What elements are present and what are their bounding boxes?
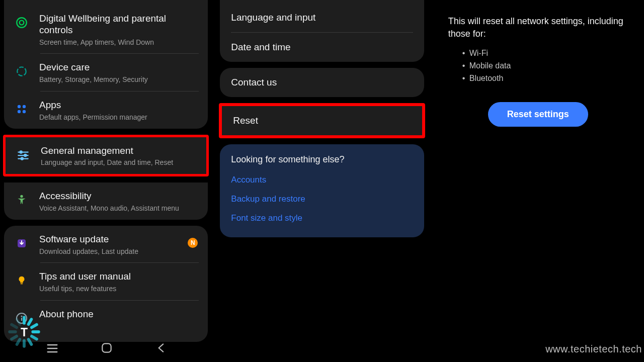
bullet-mobile-data: Mobile data bbox=[462, 60, 628, 72]
item-subtitle: Download updates, Last update bbox=[39, 247, 179, 256]
svg-point-4 bbox=[23, 105, 26, 108]
svg-point-5 bbox=[18, 110, 21, 113]
gm-card-1: Language and input Date and time bbox=[220, 0, 424, 62]
svg-line-28 bbox=[29, 339, 32, 344]
looking-link-backup[interactable]: Backup and restore bbox=[231, 194, 413, 204]
gm-item-reset-highlight: Reset bbox=[219, 103, 425, 138]
svg-text:T: T bbox=[21, 326, 28, 339]
item-subtitle: Battery, Storage, Memory, Security bbox=[39, 75, 200, 84]
bullet-bluetooth: Bluetooth bbox=[462, 72, 628, 85]
looking-link-accounts[interactable]: Accounts bbox=[231, 175, 413, 185]
svg-point-12 bbox=[21, 157, 23, 159]
looking-card: Looking for something else? Accounts Bac… bbox=[220, 144, 424, 237]
svg-point-0 bbox=[17, 18, 27, 28]
nav-recents-icon[interactable] bbox=[45, 341, 59, 355]
item-subtitle: Screen time, App timers, Wind Down bbox=[39, 38, 200, 47]
software-update-icon bbox=[13, 235, 30, 252]
bulb-icon bbox=[13, 272, 30, 289]
item-subtitle: Default apps, Permission manager bbox=[39, 113, 200, 122]
svg-line-24 bbox=[29, 319, 32, 324]
settings-item-accessibility[interactable]: Accessibility Voice Assistant, Mono audi… bbox=[4, 183, 208, 220]
item-subtitle: Language and input, Date and time, Reset bbox=[41, 158, 198, 167]
svg-point-6 bbox=[23, 110, 26, 113]
loading-spinner-icon: T bbox=[6, 314, 42, 350]
svg-point-11 bbox=[24, 154, 26, 156]
svg-line-33 bbox=[12, 325, 17, 328]
item-title: General management bbox=[41, 145, 198, 157]
gm-item-language-input[interactable]: Language and input bbox=[220, 3, 424, 32]
gm-item-date-time[interactable]: Date and time bbox=[220, 33, 424, 62]
svg-line-25 bbox=[32, 325, 37, 328]
reset-bullet-list: Wi-Fi Mobile data Bluetooth bbox=[462, 47, 628, 84]
svg-line-34 bbox=[17, 319, 20, 324]
gm-item-reset[interactable]: Reset bbox=[222, 106, 422, 135]
item-title: Device care bbox=[39, 62, 200, 73]
settings-item-general-management[interactable]: General management Language and input, D… bbox=[6, 137, 206, 174]
settings-item-tips[interactable]: Tips and user manual Useful tips, new fe… bbox=[4, 263, 208, 300]
gm-item-contact-us[interactable]: Contact us bbox=[220, 68, 424, 97]
notification-badge: N bbox=[188, 238, 198, 248]
reset-network-column: This will reset all network settings, in… bbox=[432, 0, 644, 362]
gm-card-2: Contact us bbox=[220, 68, 424, 97]
nav-back-icon[interactable] bbox=[155, 341, 169, 355]
settings-card-1: Digital Wellbeing and parental controls … bbox=[4, 0, 208, 129]
svg-point-13 bbox=[20, 195, 23, 198]
svg-point-1 bbox=[20, 21, 24, 25]
settings-item-software-update[interactable]: Software update Download updates, Last u… bbox=[4, 226, 208, 263]
settings-item-general-management-highlight: General management Language and input, D… bbox=[3, 135, 209, 177]
settings-card-accessibility: Accessibility Voice Assistant, Mono audi… bbox=[4, 183, 208, 220]
bullet-wifi: Wi-Fi bbox=[462, 47, 628, 60]
item-title: Tips and user manual bbox=[39, 271, 200, 283]
svg-line-31 bbox=[12, 336, 17, 339]
settings-list-column: Digital Wellbeing and parental controls … bbox=[0, 0, 212, 362]
item-title: About phone bbox=[39, 309, 200, 320]
svg-point-2 bbox=[17, 67, 26, 76]
svg-point-10 bbox=[20, 151, 22, 153]
svg-point-3 bbox=[18, 105, 21, 108]
wellbeing-icon bbox=[13, 14, 30, 31]
looking-link-font[interactable]: Font size and style bbox=[231, 213, 413, 223]
item-subtitle: Useful tips, new features bbox=[39, 285, 200, 293]
general-management-column: Language and input Date and time Contact… bbox=[216, 0, 428, 362]
svg-line-30 bbox=[17, 339, 20, 344]
watermark-text: www.techietech.tech bbox=[545, 343, 642, 355]
item-subtitle: Voice Assistant, Mono audio, Assistant m… bbox=[39, 204, 200, 213]
reset-settings-button[interactable]: Reset settings bbox=[488, 102, 588, 127]
item-title: Apps bbox=[39, 100, 200, 111]
sliders-icon bbox=[15, 146, 32, 163]
svg-line-27 bbox=[32, 336, 37, 339]
apps-icon bbox=[13, 101, 30, 118]
looking-title: Looking for something else? bbox=[231, 154, 413, 165]
item-title: Software update bbox=[39, 234, 179, 245]
item-title: Digital Wellbeing and parental controls bbox=[39, 13, 200, 36]
svg-rect-22 bbox=[102, 343, 111, 352]
reset-description: This will reset all network settings, in… bbox=[448, 15, 628, 40]
devicecare-icon bbox=[13, 63, 30, 80]
a11y-icon bbox=[13, 192, 30, 209]
settings-item-apps[interactable]: Apps Default apps, Permission manager bbox=[4, 92, 208, 129]
settings-item-wellbeing[interactable]: Digital Wellbeing and parental controls … bbox=[4, 5, 208, 53]
nav-home-icon[interactable] bbox=[100, 341, 114, 355]
item-title: Accessibility bbox=[39, 191, 200, 202]
settings-item-devicecare[interactable]: Device care Battery, Storage, Memory, Se… bbox=[4, 54, 208, 91]
svg-rect-15 bbox=[21, 284, 23, 285]
